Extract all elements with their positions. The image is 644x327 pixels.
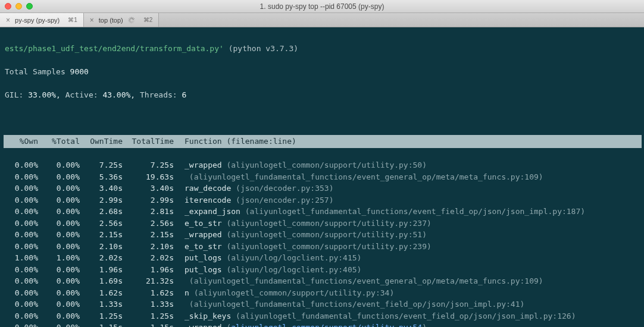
table-row: 0.00%0.00%1.69s21.32s (aliyunlogetl_fund…: [5, 275, 639, 287]
zoom-window-button[interactable]: [26, 3, 33, 10]
table-header-row: %Own%TotalOwnTimeTotalTimeFunction (file…: [4, 135, 642, 148]
tab-0[interactable]: ×py-spy (py-spy)⌘1: [0, 13, 84, 27]
cell-totaltime: 2.02s: [123, 252, 174, 264]
file-location: aliyunlogetl_fundamental_functions/event…: [250, 207, 581, 216]
cell-own: 0.00%: [5, 171, 38, 183]
table-row: 1.00%1.00%2.02s2.02sput_logs (aliyun/log…: [5, 252, 639, 264]
gil-label: GIL:: [5, 90, 23, 99]
cell-totaltime: 2.99s: [123, 194, 174, 206]
cell-owntime: 7.25s: [80, 159, 123, 171]
table-row: 0.00%0.00%1.25s1.25s_skip_keys (aliyunlo…: [5, 310, 639, 322]
cell-totaltime: 1.15s: [123, 322, 174, 327]
function-name: raw_decode: [185, 184, 231, 193]
cell-total: 0.00%: [38, 241, 80, 253]
tab-label: top (top): [99, 17, 123, 24]
cell-own: 0.00%: [5, 241, 38, 253]
table-row: 0.00%0.00%1.62s1.62sn (aliyunlogetl_comm…: [5, 287, 639, 299]
file-link[interactable]: aliyunlogetl_common/support/utility.py:5…: [231, 323, 422, 327]
col-owntime: OwnTime: [80, 136, 123, 147]
file-location: json/encoder.py:257: [240, 196, 329, 205]
tab-shortcut: ⌘1: [68, 17, 77, 23]
cell-total: 0.00%: [38, 159, 80, 171]
svg-line-8: [130, 17, 130, 18]
threads-value: 6: [182, 90, 186, 99]
function-name: put_logs: [185, 253, 222, 262]
gil-value: 33.00%: [28, 90, 56, 99]
svg-line-10: [132, 17, 133, 18]
svg-line-7: [129, 18, 130, 19]
close-tab-icon[interactable]: ×: [6, 17, 10, 24]
file-location: json/decoder.py:353: [240, 184, 329, 193]
close-tab-icon[interactable]: ×: [90, 17, 94, 24]
threads-label: Threads:: [140, 90, 177, 99]
cell-totaltime: 1.25s: [123, 310, 174, 322]
svg-line-5: [129, 21, 130, 21]
cell-owntime: 3.40s: [80, 183, 123, 194]
cell-totaltime: 21.32s: [123, 275, 174, 287]
cell-total: 0.00%: [38, 194, 80, 206]
function-name: iterencode: [185, 196, 231, 205]
table-row: 0.00%0.00%5.36s19.63s (aliyunlogetl_fund…: [5, 171, 639, 183]
cell-totaltime: 1.62s: [123, 287, 174, 299]
col-totaltime: TotalTime: [123, 136, 174, 147]
table-row: 0.00%0.00%1.15s1.15s_wrapped (aliyunloge…: [5, 322, 639, 327]
active-label: Active:: [65, 90, 98, 99]
cell-owntime: 1.33s: [80, 298, 123, 310]
table-row: 0.00%0.00%2.15s2.15s_wrapped (aliyunloge…: [5, 229, 639, 241]
file-location: aliyunlogetl_common/support/utility.py:5…: [231, 161, 422, 169]
table-row: 0.00%0.00%1.33s1.33s (aliyunlogetl_funda…: [5, 298, 639, 310]
cell-total: 0.00%: [38, 229, 80, 241]
cell-own: 0.00%: [5, 206, 38, 218]
cell-total: 1.00%: [38, 252, 80, 264]
cell-totaltime: 2.15s: [123, 229, 174, 241]
cell-owntime: 2.15s: [80, 229, 123, 241]
function-name: e_to_str: [185, 219, 222, 228]
table-row: 0.00%0.00%1.96s1.96sput_logs (aliyun/log…: [5, 264, 639, 276]
cell-total: 0.00%: [38, 310, 80, 322]
cell-owntime: 2.68s: [80, 206, 123, 218]
cell-totaltime: 2.10s: [123, 241, 174, 253]
active-value: 43.00%: [102, 90, 130, 99]
tab-1[interactable]: ×top (top)⌘2: [84, 13, 160, 27]
file-location: aliyunlogetl_fundamental_functions/event…: [194, 172, 539, 181]
file-location: aliyunlogetl_common/support/utility.py:2…: [231, 219, 427, 228]
cell-owntime: 1.96s: [80, 264, 123, 276]
window-titlebar: 1. sudo py-spy top --pid 67005 (py-spy): [0, 0, 644, 13]
col-own: %Own: [5, 136, 38, 147]
cell-own: 0.00%: [5, 159, 38, 171]
svg-line-2: [132, 21, 133, 23]
table-row: 0.00%0.00%3.40s3.40sraw_decode (json/dec…: [5, 183, 639, 194]
cell-own: 0.00%: [5, 183, 38, 194]
function-name: _skip_keys: [185, 312, 231, 320]
file-location: aliyunlogetl_fundamental_functions/event…: [240, 312, 571, 320]
cell-owntime: 2.02s: [80, 252, 123, 264]
cell-total: 0.00%: [38, 322, 80, 327]
file-location: aliyun/log/logclient.py:415: [231, 253, 357, 262]
file-location: aliyunlogetl_common/support/utility.py:2…: [231, 242, 427, 251]
svg-line-4: [130, 21, 130, 23]
script-path: ests/phase1_udf_test/end2end/transform_d…: [5, 44, 224, 53]
close-window-button[interactable]: [5, 3, 11, 10]
function-name: e_to_str: [185, 242, 222, 251]
file-location: aliyunlogetl_common/support/utility.py:3…: [198, 288, 389, 297]
samples-label: Total Samples: [5, 67, 65, 76]
cell-owntime: 2.10s: [80, 241, 123, 253]
cell-own: 0.00%: [5, 298, 38, 310]
python-version: (python v3.7.3): [229, 44, 298, 53]
table-row: 0.00%0.00%2.10s2.10se_to_str (aliyunloge…: [5, 241, 639, 253]
cell-totaltime: 2.56s: [123, 218, 174, 229]
minimize-window-button[interactable]: [15, 3, 22, 10]
col-function: Function (filename:line): [185, 137, 296, 146]
cell-owntime: 5.36s: [80, 171, 123, 183]
samples-value: 9000: [70, 67, 89, 76]
loading-spinner-icon: [128, 17, 135, 24]
cell-totaltime: 1.96s: [123, 264, 174, 276]
cell-total: 0.00%: [38, 287, 80, 299]
cell-own: 0.00%: [5, 322, 38, 327]
cell-total: 0.00%: [38, 275, 80, 287]
function-name: _wrapped: [185, 230, 222, 239]
file-location: aliyun/log/logclient.py:405: [231, 265, 357, 274]
file-location: aliyunlogetl_fundamental_functions/event…: [194, 276, 539, 285]
samples-line: Total Samples 9000: [5, 66, 639, 78]
col-total: %Total: [38, 136, 80, 147]
